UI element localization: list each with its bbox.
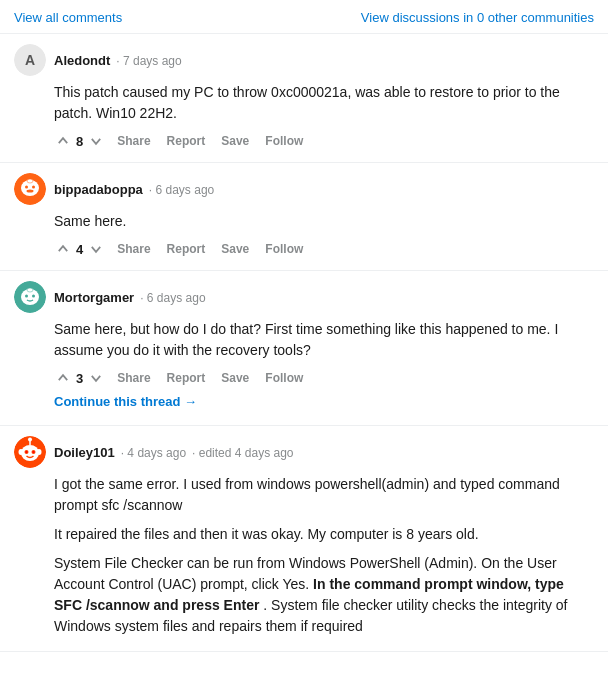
vote-count: 4 xyxy=(76,242,83,257)
save-button[interactable]: Save xyxy=(217,132,253,150)
username[interactable]: Mortorgamer xyxy=(54,290,134,305)
svg-point-17 xyxy=(26,451,28,453)
downvote-button[interactable] xyxy=(87,369,105,387)
timestamp: · 7 days ago xyxy=(116,54,181,68)
timestamp: · 6 days ago xyxy=(149,183,214,197)
comment-header: bippadaboppa · 6 days ago xyxy=(14,173,594,205)
comment-actions: 3 Share Report Save Follow xyxy=(54,369,594,387)
upvote-button[interactable] xyxy=(54,369,72,387)
comment-body: I got the same error. I used from window… xyxy=(54,474,594,637)
comment-body: Same here. xyxy=(54,211,594,232)
comment-bippadaboppa: bippadaboppa · 6 days ago Same here. 4 xyxy=(0,163,608,271)
save-button[interactable]: Save xyxy=(217,369,253,387)
share-button[interactable]: Share xyxy=(113,132,154,150)
report-button[interactable]: Report xyxy=(163,369,210,387)
comment-actions: 4 Share Report Save Follow xyxy=(54,240,594,258)
svg-point-12 xyxy=(27,288,33,292)
comment-doiley101: Doiley101 · 4 days ago · edited 4 days a… xyxy=(0,426,608,652)
comment-meta: Aledondt · 7 days ago xyxy=(54,53,182,68)
svg-point-21 xyxy=(19,449,24,455)
avatar xyxy=(14,281,46,313)
timestamp: · 6 days ago xyxy=(140,291,205,305)
svg-point-4 xyxy=(25,186,28,189)
avatar: A xyxy=(14,44,46,76)
downvote-button[interactable] xyxy=(87,240,105,258)
share-button[interactable]: Share xyxy=(113,240,154,258)
comment-aledondt: A Aledondt · 7 days ago This patch cause… xyxy=(0,34,608,163)
svg-point-18 xyxy=(33,451,35,453)
comment-body: This patch caused my PC to throw 0xc0000… xyxy=(54,82,594,124)
comment-meta: Doiley101 · 4 days ago · edited 4 days a… xyxy=(54,445,294,460)
top-links-bar: View all comments View discussions in 0 … xyxy=(0,0,608,34)
comment-body: Same here, but how do I do that? First t… xyxy=(54,319,594,361)
comment-header: A Aledondt · 7 days ago xyxy=(14,44,594,76)
username[interactable]: Doiley101 xyxy=(54,445,115,460)
comment-mortorgamer: Mortorgamer · 6 days ago Same here, but … xyxy=(0,271,608,426)
svg-point-5 xyxy=(32,186,35,189)
vote-count: 8 xyxy=(76,134,83,149)
report-button[interactable]: Report xyxy=(163,132,210,150)
vote-area: 4 xyxy=(54,240,105,258)
upvote-button[interactable] xyxy=(54,132,72,150)
timestamp: · 4 days ago xyxy=(121,446,186,460)
svg-point-22 xyxy=(37,449,42,455)
svg-point-11 xyxy=(32,295,35,298)
comment-header: Mortorgamer · 6 days ago xyxy=(14,281,594,313)
username[interactable]: Aledondt xyxy=(54,53,110,68)
continue-thread-link[interactable]: Continue this thread → xyxy=(54,394,197,409)
avatar xyxy=(14,436,46,468)
view-discussions-link[interactable]: View discussions in 0 other communities xyxy=(361,10,594,25)
vote-count: 3 xyxy=(76,371,83,386)
report-button[interactable]: Report xyxy=(163,240,210,258)
upvote-button[interactable] xyxy=(54,240,72,258)
follow-button[interactable]: Follow xyxy=(261,369,307,387)
comments-container: View all comments View discussions in 0 … xyxy=(0,0,608,652)
svg-text:A: A xyxy=(25,52,35,68)
downvote-button[interactable] xyxy=(87,132,105,150)
vote-area: 3 xyxy=(54,369,105,387)
save-button[interactable]: Save xyxy=(217,240,253,258)
comment-meta: bippadaboppa · 6 days ago xyxy=(54,182,214,197)
svg-point-14 xyxy=(21,445,39,461)
follow-button[interactable]: Follow xyxy=(261,132,307,150)
share-button[interactable]: Share xyxy=(113,369,154,387)
edited-badge: · edited 4 days ago xyxy=(192,446,293,460)
avatar xyxy=(14,173,46,205)
svg-point-10 xyxy=(25,295,28,298)
comment-header: Doiley101 · 4 days ago · edited 4 days a… xyxy=(14,436,594,468)
username[interactable]: bippadaboppa xyxy=(54,182,143,197)
svg-point-7 xyxy=(27,179,33,183)
vote-area: 8 xyxy=(54,132,105,150)
view-all-comments-link[interactable]: View all comments xyxy=(14,10,122,25)
comment-actions: 8 Share Report Save Follow xyxy=(54,132,594,150)
comment-meta: Mortorgamer · 6 days ago xyxy=(54,290,206,305)
svg-point-20 xyxy=(28,438,32,442)
svg-point-6 xyxy=(27,190,34,193)
follow-button[interactable]: Follow xyxy=(261,240,307,258)
